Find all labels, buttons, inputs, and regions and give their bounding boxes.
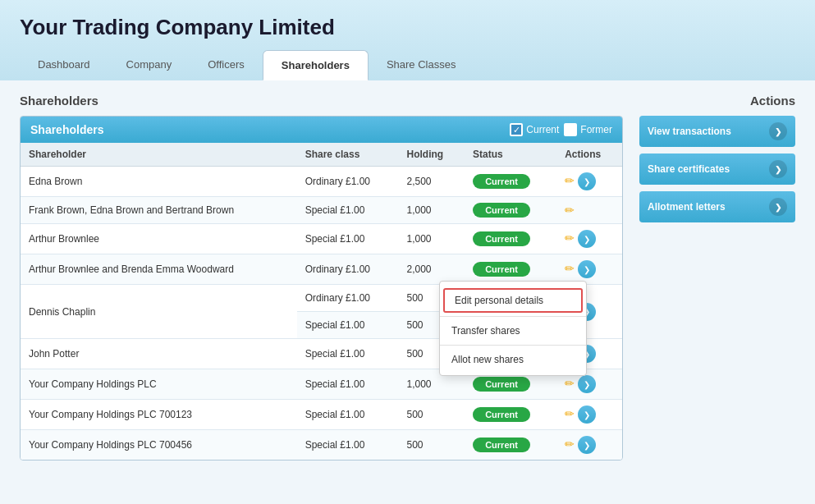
view-transactions-button[interactable]: View transactions ❯ xyxy=(639,116,795,147)
status-cell: Current xyxy=(465,197,556,224)
tab-company[interactable]: Company xyxy=(108,50,190,80)
table-col-headers: Shareholder Share class Holding Status A… xyxy=(21,143,622,167)
status-cell: Current xyxy=(465,430,556,460)
detail-arrow[interactable] xyxy=(578,230,596,248)
nav-tabs: Dashboard Company Officers Shareholders … xyxy=(20,50,795,80)
edit-icon[interactable]: ✏ xyxy=(565,407,575,420)
shareholder-name: Your Company Holdings PLC 700456 xyxy=(21,430,297,460)
filter-current[interactable]: Current xyxy=(510,123,559,136)
share-class: Ordinary £1.00 xyxy=(297,285,399,312)
filter-former[interactable]: Former xyxy=(564,123,612,136)
actions-cell: ✏ xyxy=(556,197,622,224)
shareholder-name: Your Company Holdings PLC xyxy=(21,369,297,400)
actions-title: Actions xyxy=(639,94,795,108)
status-badge: Current xyxy=(473,377,530,392)
actions-cell: ✏ xyxy=(556,254,622,285)
dropdown-divider-2 xyxy=(440,345,586,346)
col-holding: Holding xyxy=(398,143,465,167)
detail-arrow[interactable] xyxy=(578,405,596,424)
dropdown-allot-shares[interactable]: Allot new shares xyxy=(440,347,586,372)
dropdown-divider-1 xyxy=(440,316,586,317)
former-checkbox[interactable] xyxy=(564,123,577,136)
edit-icon[interactable]: ✏ xyxy=(565,231,575,245)
share-class: Special £1.00 xyxy=(297,312,399,339)
col-status: Status xyxy=(465,143,556,167)
share-class: Special £1.00 xyxy=(297,339,399,369)
actions-cell: ✏ xyxy=(556,167,622,197)
table-row: Arthur Brownlee and Brenda Emma Woodward… xyxy=(21,254,622,285)
shareholder-name: Edna Brown xyxy=(21,167,297,197)
filter-group: Current Former xyxy=(510,123,612,136)
col-share-class: Share class xyxy=(297,143,399,167)
detail-arrow[interactable] xyxy=(578,375,596,393)
actions-cell: ✏ xyxy=(556,400,622,430)
share-class: Ordinary £1.00 xyxy=(297,254,399,285)
table-header-row: Shareholders Current Former xyxy=(21,117,622,143)
holding: 2,000 xyxy=(398,254,465,285)
view-transactions-arrow-icon: ❯ xyxy=(769,122,787,140)
tab-shareholders[interactable]: Shareholders xyxy=(263,50,369,80)
table-row: Frank Brown, Edna Brown and Bertrand Bro… xyxy=(21,197,622,224)
detail-arrow[interactable] xyxy=(578,436,596,454)
share-class: Special £1.00 xyxy=(297,430,399,460)
view-certificates-arrow-icon: ❯ xyxy=(769,160,787,178)
shareholder-name: Your Company Holdings PLC 700123 xyxy=(21,400,297,430)
table-header-title: Shareholders xyxy=(30,123,510,136)
actions-panel: Actions View transactions ❯ Share certif… xyxy=(639,94,795,494)
detail-arrow[interactable] xyxy=(578,260,596,278)
share-class: Special £1.00 xyxy=(297,400,399,430)
status-cell: Current xyxy=(465,167,556,197)
status-badge: Current xyxy=(473,203,530,218)
edit-icon[interactable]: ✏ xyxy=(565,438,575,451)
table-row: Arthur Brownlee Special £1.00 1,000 Curr… xyxy=(21,224,622,254)
left-panel: Shareholders Shareholders Current Former xyxy=(20,94,623,494)
status-badge: Current xyxy=(473,231,530,246)
status-cell: Current xyxy=(465,400,556,430)
view-certificates-button[interactable]: Share certificates ❯ xyxy=(639,153,795,185)
share-class: Special £1.00 xyxy=(297,224,399,254)
context-dropdown-menu: Edit personal details Transfer shares Al… xyxy=(439,281,587,376)
status-cell: Current xyxy=(465,254,556,285)
current-checkbox[interactable] xyxy=(510,123,523,136)
view-letters-button[interactable]: Allotment letters ❯ xyxy=(639,191,795,222)
holding: 1,000 xyxy=(398,224,465,254)
main-content: Shareholders Shareholders Current Former xyxy=(0,80,815,504)
status-badge: Current xyxy=(473,407,530,422)
tab-officers[interactable]: Officers xyxy=(190,50,263,80)
actions-cell: ✏ xyxy=(556,430,622,460)
dropdown-transfer-shares[interactable]: Transfer shares xyxy=(440,318,586,343)
holding: 500 xyxy=(398,400,465,430)
edit-icon[interactable]: ✏ xyxy=(565,262,575,275)
share-class: Ordinary £1.00 xyxy=(297,167,399,197)
header: Your Trading Company Limited Dashboard C… xyxy=(0,0,815,80)
tab-dashboard[interactable]: Dashboard xyxy=(20,50,108,80)
company-title: Your Trading Company Limited xyxy=(20,15,795,40)
view-letters-arrow-icon: ❯ xyxy=(769,198,787,216)
table-row: Your Company Holdings PLC 700123 Special… xyxy=(21,400,622,430)
shareholder-name: Dennis Chaplin xyxy=(21,285,297,339)
status-cell: Current xyxy=(465,224,556,254)
shareholder-name: Frank Brown, Edna Brown and Bertrand Bro… xyxy=(21,197,297,224)
share-class: Special £1.00 xyxy=(297,197,399,224)
shareholder-name: Arthur Brownlee and Brenda Emma Woodward xyxy=(21,254,297,285)
current-label: Current xyxy=(526,124,559,135)
table-row: Your Company Holdings PLC 700456 Special… xyxy=(21,430,622,460)
tab-share-classes[interactable]: Share Classes xyxy=(369,50,474,80)
edit-icon[interactable]: ✏ xyxy=(565,377,575,390)
holding: 2,500 xyxy=(398,167,465,197)
holding: 500 xyxy=(398,430,465,460)
shareholder-name: Arthur Brownlee xyxy=(21,224,297,254)
dropdown-edit-personal[interactable]: Edit personal details xyxy=(443,288,583,313)
share-class: Special £1.00 xyxy=(297,369,399,400)
detail-arrow[interactable] xyxy=(578,172,596,190)
actions-cell: ✏ xyxy=(556,224,622,254)
edit-icon[interactable]: ✏ xyxy=(565,204,575,217)
former-label: Former xyxy=(580,124,612,135)
shareholders-table-container: Shareholders Current Former Shareholder xyxy=(20,116,623,460)
shareholders-section-title: Shareholders xyxy=(20,94,623,108)
edit-icon[interactable]: ✏ xyxy=(565,174,575,187)
view-certificates-label: Share certificates xyxy=(648,163,730,175)
shareholder-name: John Potter xyxy=(21,339,297,369)
status-badge: Current xyxy=(473,262,530,277)
status-badge: Current xyxy=(473,438,530,452)
